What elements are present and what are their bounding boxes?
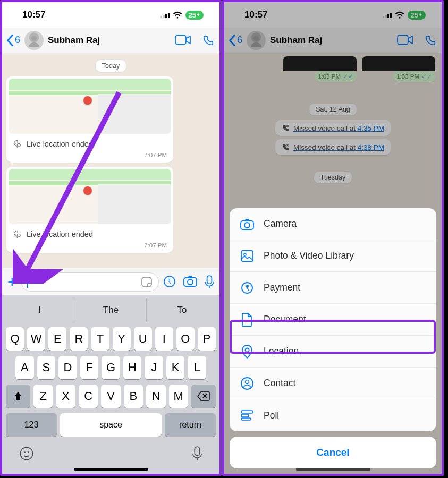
sticker-icon[interactable] <box>140 276 153 288</box>
dictation-icon[interactable] <box>192 446 202 461</box>
key-c[interactable]: C <box>79 385 98 408</box>
prediction[interactable]: I <box>4 298 75 322</box>
location-pin-icon <box>240 345 254 358</box>
svg-rect-4 <box>142 277 151 287</box>
key-shift[interactable] <box>6 385 30 408</box>
chat-area[interactable]: Today Live location ended 7:07 PM Live l… <box>2 53 219 268</box>
wifi-icon <box>173 11 182 19</box>
sheet-label: Photo & Video Library <box>264 250 354 261</box>
sheet-label: Contact <box>264 378 295 389</box>
rupee-icon: ₹ <box>240 281 254 294</box>
keyboard: I The To Q W E R T Y U I O P A S D F G H… <box>2 295 219 476</box>
status-time: 10:57 <box>22 10 45 20</box>
sheet-item-camera[interactable]: Camera <box>230 208 436 240</box>
camera-icon[interactable] <box>183 275 197 287</box>
key-n[interactable]: N <box>146 385 165 408</box>
key-u[interactable]: U <box>134 327 152 351</box>
key-o[interactable]: O <box>176 327 195 351</box>
key-backspace[interactable] <box>191 385 216 408</box>
mic-icon[interactable] <box>205 275 214 289</box>
video-call-icon[interactable] <box>175 35 191 45</box>
svg-point-2 <box>17 143 20 147</box>
key-q[interactable]: Q <box>6 327 24 351</box>
payment-icon[interactable]: ₹ <box>163 275 176 288</box>
sheet-item-contact[interactable]: Contact <box>230 368 436 399</box>
key-p[interactable]: P <box>198 327 216 351</box>
emoji-icon[interactable] <box>19 446 34 461</box>
phone-left: 10:57 25 6 Subham Raj Today Live locatio… <box>0 0 222 476</box>
svg-point-12 <box>28 451 29 453</box>
key-f[interactable]: F <box>80 356 99 379</box>
key-g[interactable]: G <box>102 356 120 379</box>
prediction[interactable]: The <box>75 298 147 322</box>
key-a[interactable]: A <box>15 356 34 379</box>
key-r[interactable]: R <box>70 327 88 351</box>
svg-point-11 <box>24 451 26 453</box>
svg-rect-13 <box>195 447 199 455</box>
status-bar: 10:57 25 <box>2 2 219 28</box>
svg-rect-26 <box>241 411 253 413</box>
contact-name[interactable]: Subham Raj <box>48 35 171 46</box>
prediction-bar: I The To <box>4 298 217 322</box>
action-sheet: Camera Photo & Video Library ₹ Payment D… <box>230 208 436 468</box>
avatar[interactable] <box>24 31 44 50</box>
phone-right: 10:57 25 6 Subham Raj 1:03 PM✓✓ 1:03 PM✓… <box>222 0 444 476</box>
key-v[interactable]: V <box>101 385 120 408</box>
key-e[interactable]: E <box>48 327 66 351</box>
message-input[interactable] <box>21 272 159 292</box>
key-j[interactable]: J <box>145 356 163 379</box>
svg-rect-1 <box>175 35 186 45</box>
prediction[interactable]: To <box>147 298 217 322</box>
message-text: Live location ended <box>27 140 93 148</box>
key-m[interactable]: M <box>169 385 188 408</box>
sheet-item-document[interactable]: Document <box>230 304 436 336</box>
svg-rect-9 <box>207 276 212 284</box>
key-x[interactable]: X <box>56 385 75 408</box>
key-y[interactable]: Y <box>113 327 131 351</box>
poll-icon <box>240 410 254 421</box>
svg-text:₹: ₹ <box>245 284 250 292</box>
attach-button[interactable]: + <box>7 274 17 290</box>
key-return[interactable]: return <box>165 413 216 437</box>
key-l[interactable]: L <box>188 356 206 379</box>
svg-point-3 <box>17 234 20 237</box>
key-t[interactable]: T <box>91 327 109 351</box>
text-cursor <box>27 276 28 288</box>
key-i[interactable]: I <box>155 327 173 351</box>
key-k[interactable]: K <box>166 356 185 379</box>
message-time: 7:07 PM <box>9 152 171 160</box>
key-numeric[interactable]: 123 <box>6 413 57 437</box>
sheet-item-location[interactable]: Location <box>230 336 436 368</box>
back-count: 6 <box>15 35 20 46</box>
sheet-label: Camera <box>264 218 297 229</box>
home-indicator[interactable] <box>74 468 148 471</box>
input-toolbar: + ₹ <box>2 268 219 295</box>
svg-point-20 <box>244 253 246 255</box>
camera-icon <box>240 218 254 230</box>
status-right: 25 <box>160 11 204 20</box>
key-s[interactable]: S <box>37 356 56 379</box>
phone-call-icon[interactable] <box>202 35 214 46</box>
key-b[interactable]: B <box>124 385 143 408</box>
map-thumbnail <box>9 79 171 134</box>
key-d[interactable]: D <box>58 356 77 379</box>
message-bubble[interactable]: Live location ended 7:07 PM <box>6 76 173 163</box>
sheet-item-poll[interactable]: Poll <box>230 399 436 431</box>
date-separator: Today <box>95 59 126 72</box>
svg-point-0 <box>31 36 37 41</box>
key-space[interactable]: space <box>60 413 162 437</box>
message-text: Live location ended <box>27 230 93 238</box>
message-time: 7:07 PM <box>9 242 171 251</box>
sheet-item-photo[interactable]: Photo & Video Library <box>230 240 436 272</box>
key-z[interactable]: Z <box>33 385 53 408</box>
svg-rect-28 <box>241 418 251 420</box>
sheet-item-payment[interactable]: ₹ Payment <box>230 272 436 304</box>
svg-point-10 <box>20 447 32 459</box>
cellular-icon <box>160 12 170 18</box>
cancel-button[interactable]: Cancel <box>230 437 436 468</box>
svg-point-25 <box>246 380 249 383</box>
key-h[interactable]: H <box>123 356 142 379</box>
message-bubble[interactable]: Live location ended 7:07 PM <box>6 167 173 253</box>
back-button[interactable]: 6 <box>6 35 20 46</box>
key-w[interactable]: W <box>27 327 45 351</box>
